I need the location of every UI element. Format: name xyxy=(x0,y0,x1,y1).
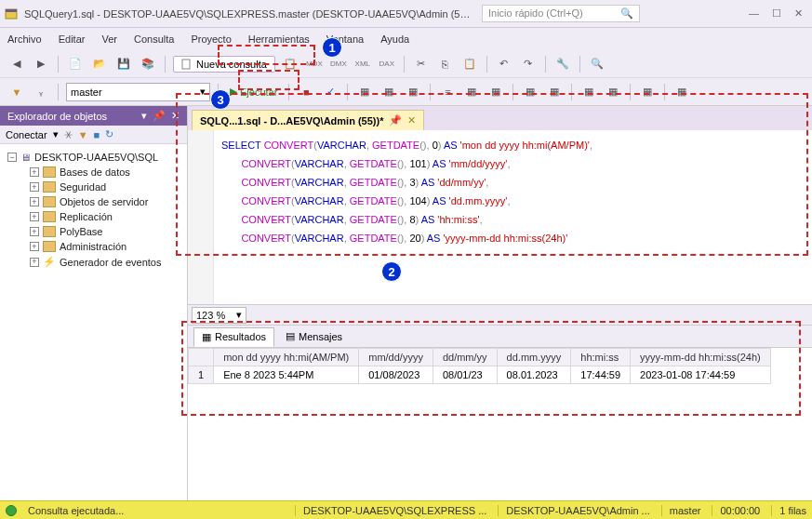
server-node[interactable]: − 🖥 DESKTOP-UAAE5VQ\SQL xyxy=(4,150,183,165)
find-icon[interactable]: 🔍 xyxy=(588,55,606,73)
back-icon[interactable]: ◀ xyxy=(7,55,26,73)
sqlcmd-icon[interactable]: ▦ xyxy=(638,83,657,101)
close-tab-icon[interactable]: ✕ xyxy=(407,114,416,126)
results-grid-icon[interactable]: ▦ xyxy=(462,83,481,101)
properties-icon[interactable]: 🔧 xyxy=(553,55,572,73)
cell[interactable]: 01/08/2023 xyxy=(359,366,433,384)
tab-mensajes[interactable]: ▤ Mensajes xyxy=(278,327,350,345)
tree-item-eventos[interactable]: +⚡Generador de eventos xyxy=(4,254,183,270)
results-text-icon[interactable]: ≡ xyxy=(438,83,457,101)
object-explorer-title: Explorador de objetos ▾ 📌 ✕ xyxy=(0,106,187,126)
cut-icon[interactable]: ✂ xyxy=(412,55,431,73)
tree-item-polybase[interactable]: +PolyBase xyxy=(4,224,183,239)
expand-icon[interactable]: + xyxy=(30,182,39,192)
code-body[interactable]: SELECT CONVERT(VARCHAR, GETDATE(), 0) AS… xyxy=(214,130,600,304)
collapse-icon[interactable]: − xyxy=(7,153,17,162)
folder-icon xyxy=(43,211,56,222)
menu-editar[interactable]: Editar xyxy=(59,33,86,45)
save-all-icon[interactable]: 📚 xyxy=(139,55,157,73)
status-db: master xyxy=(661,505,701,516)
col-header[interactable]: dd/mm/yy xyxy=(433,349,497,366)
minimize-button[interactable]: — xyxy=(749,7,759,20)
grid-row[interactable]: 1 Ene 8 2023 5:44PM 01/08/2023 08/01/23 … xyxy=(189,366,771,384)
callout-1: 1 xyxy=(322,37,342,58)
undo-icon[interactable]: ↶ xyxy=(495,55,513,73)
expand-icon[interactable]: + xyxy=(30,197,39,206)
expand-icon[interactable]: + xyxy=(30,167,39,177)
copy-icon[interactable]: ⎘ xyxy=(436,55,455,73)
plan-icon[interactable]: ▦ xyxy=(355,83,374,101)
search-icon: 🔍 xyxy=(620,7,633,20)
menu-herramientas[interactable]: Herramientas xyxy=(248,33,310,45)
col-header[interactable]: hh:mi:ss xyxy=(571,349,631,366)
open-icon[interactable]: 📂 xyxy=(90,55,109,73)
ejecutar-button[interactable]: ▶ Ejecutar xyxy=(226,86,281,98)
parse-icon[interactable]: ✓ xyxy=(321,83,339,101)
stop-tree-icon[interactable]: ■ xyxy=(94,129,100,140)
expand-icon[interactable]: + xyxy=(30,227,39,236)
expand-icon[interactable]: + xyxy=(30,258,39,267)
dropdown-icon[interactable]: ᵧ xyxy=(32,83,50,101)
specify-icon[interactable]: ▦ xyxy=(672,83,691,101)
filter-tree-icon[interactable]: ▼ xyxy=(78,129,88,140)
dax-icon[interactable]: DAX xyxy=(378,55,396,73)
results-grid[interactable]: mon dd yyyy hh:mi(AM/PM) mm/dd/yyyy dd/m… xyxy=(188,348,812,500)
tree-item-bases[interactable]: +Bases de datos xyxy=(4,165,183,180)
conectar-button[interactable]: Conectar xyxy=(6,129,47,140)
menu-archivo[interactable]: Archivo xyxy=(7,33,42,45)
tab-resultados[interactable]: ▦ Resultados xyxy=(193,327,274,347)
nueva-consulta-button[interactable]: Nueva consulta xyxy=(173,56,275,73)
tree-item-replicacion[interactable]: +Replicación xyxy=(4,209,183,224)
menu-ayuda[interactable]: Ayuda xyxy=(380,33,409,45)
quick-launch-input[interactable]: Inicio rápido (Ctrl+Q) 🔍 xyxy=(482,5,640,22)
plan2-icon[interactable]: ▦ xyxy=(379,83,398,101)
menu-consulta[interactable]: Consulta xyxy=(134,33,174,45)
chevron-down-icon[interactable]: ▾ xyxy=(53,128,59,140)
col-header[interactable]: mon dd yyyy hh:mi(AM/PM) xyxy=(214,349,359,366)
cell[interactable]: Ene 8 2023 5:44PM xyxy=(214,366,359,384)
redo-icon[interactable]: ↷ xyxy=(519,55,538,73)
uncomment-icon[interactable]: ▦ xyxy=(545,83,564,101)
pin-icon[interactable]: 📌 xyxy=(153,110,166,122)
tree-item-admin[interactable]: +Administración xyxy=(4,239,183,254)
query-icon[interactable]: 📋 xyxy=(281,55,300,73)
plan3-icon[interactable]: ▦ xyxy=(404,83,422,101)
tree-item-seguridad[interactable]: +Seguridad xyxy=(4,180,183,194)
refresh-icon[interactable]: ↻ xyxy=(105,128,113,140)
pin-tab-icon[interactable]: 📌 xyxy=(389,114,402,126)
close-panel-icon[interactable]: ✕ xyxy=(171,110,180,122)
menu-proyecto[interactable]: Proyecto xyxy=(191,33,231,45)
filter-icon[interactable]: ▼ xyxy=(7,83,26,101)
maximize-button[interactable]: ☐ xyxy=(772,7,781,20)
col-header[interactable]: dd.mm.yyyy xyxy=(497,349,571,366)
database-combo[interactable]: master ▾ xyxy=(66,83,210,101)
tree-item-objetos[interactable]: +Objetos de servidor xyxy=(4,194,183,209)
tab-sqlquery1[interactable]: SQLQ...1.sql - D...AE5VQ\Admin (55))* 📌 … xyxy=(192,110,424,130)
disconnect-icon[interactable]: ⚹ xyxy=(64,128,73,140)
forward-icon[interactable]: ▶ xyxy=(32,55,50,73)
paste-icon[interactable]: 📋 xyxy=(460,55,479,73)
expand-icon[interactable]: + xyxy=(30,242,39,251)
comment-icon[interactable]: ▦ xyxy=(521,83,539,101)
results-file-icon[interactable]: ▦ xyxy=(486,83,505,101)
mdx-icon[interactable]: MDX xyxy=(305,55,324,73)
cell[interactable]: 17:44:59 xyxy=(571,366,631,384)
outdent-icon[interactable]: ▦ xyxy=(604,83,622,101)
dropdown-icon[interactable]: ▾ xyxy=(141,110,147,122)
save-icon[interactable]: 💾 xyxy=(114,55,133,73)
close-button[interactable]: ✕ xyxy=(794,7,803,20)
stop-icon[interactable]: ■ xyxy=(297,83,315,101)
col-header[interactable]: mm/dd/yyyy xyxy=(359,349,433,366)
col-header[interactable]: yyyy-mm-dd hh:mi:ss(24h) xyxy=(631,349,771,366)
cell[interactable]: 2023-01-08 17:44:59 xyxy=(631,366,771,384)
zoom-combo[interactable]: 123 % ▾ xyxy=(192,307,246,324)
chevron-down-icon: ▾ xyxy=(236,309,242,321)
code-editor[interactable]: SELECT CONVERT(VARCHAR, GETDATE(), 0) AS… xyxy=(188,130,812,305)
xmla-icon[interactable]: XML xyxy=(353,55,372,73)
expand-icon[interactable]: + xyxy=(30,212,39,221)
cell[interactable]: 08/01/23 xyxy=(433,366,497,384)
menu-ver[interactable]: Ver xyxy=(101,33,117,45)
new-icon[interactable]: 📄 xyxy=(66,55,85,73)
cell[interactable]: 08.01.2023 xyxy=(497,366,571,384)
indent-icon[interactable]: ▦ xyxy=(579,83,598,101)
